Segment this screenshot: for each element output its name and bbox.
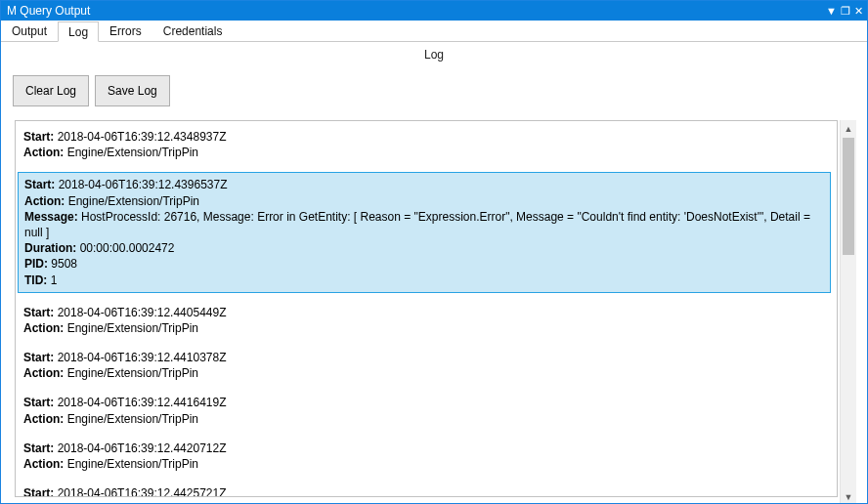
field-label: Start: <box>23 351 58 364</box>
log-entry[interactable]: Start: 2018-04-06T16:39:12.4416419ZActio… <box>23 393 831 438</box>
log-entry[interactable]: Start: 2018-04-06T16:39:12.4420712ZActio… <box>23 439 831 483</box>
window-title: M Query Output <box>5 4 90 18</box>
log-entry[interactable]: Start: 2018-04-06T16:39:12.4425721ZActio… <box>23 483 831 497</box>
toolbar: Clear Log Save Log <box>1 69 867 120</box>
field-label: Action: <box>23 412 67 426</box>
field-value: Engine/Extension/TripPin <box>67 366 198 380</box>
field-value: 2018-04-06T16:39:12.4420712Z <box>58 441 227 455</box>
panel-heading: Log <box>1 42 867 69</box>
scroll-thumb[interactable] <box>843 138 854 255</box>
field-label: Start: <box>23 130 58 144</box>
tabs: Output Log Errors Credentials <box>1 21 867 42</box>
log-entry[interactable]: Start: 2018-04-06T16:39:12.4396537ZActio… <box>18 172 831 292</box>
field-label: Action: <box>23 366 67 380</box>
field-value: 9508 <box>51 257 77 271</box>
maximize-icon[interactable]: ❐ <box>841 6 850 17</box>
field-label: Start: <box>23 486 58 497</box>
field-value: 2018-04-06T16:39:12.4410378Z <box>58 351 227 364</box>
field-value: Engine/Extension/TripPin <box>68 194 199 208</box>
dropdown-icon[interactable]: ▼ <box>826 6 837 17</box>
field-value: 2018-04-06T16:39:12.4348937Z <box>58 130 227 144</box>
field-label: Action: <box>23 146 67 159</box>
field-value: Engine/Extension/TripPin <box>67 146 198 159</box>
field-value: 1 <box>51 273 58 287</box>
field-label: Message: <box>24 210 81 224</box>
field-label: Action: <box>24 194 68 208</box>
field-label: Start: <box>23 441 58 455</box>
field-value: 2018-04-06T16:39:12.4396537Z <box>59 178 228 191</box>
field-value: HostProcessId: 26716, Message: Error in … <box>24 210 810 239</box>
clear-log-button[interactable]: Clear Log <box>13 75 89 106</box>
field-label: Start: <box>23 396 58 409</box>
field-value: 00:00:00.0002472 <box>80 241 175 255</box>
field-label: TID: <box>24 273 51 287</box>
titlebar: M Query Output ▼ ❐ ✕ <box>1 1 867 21</box>
tab-output[interactable]: Output <box>1 21 58 41</box>
field-label: Action: <box>23 321 67 335</box>
log-entry[interactable]: Start: 2018-04-06T16:39:12.4405449ZActio… <box>23 303 831 348</box>
field-label: Duration: <box>24 241 80 255</box>
field-value: 2018-04-06T16:39:12.4425721Z <box>58 486 227 497</box>
log-entry[interactable]: Start: 2018-04-06T16:39:12.4348937ZActio… <box>23 127 831 172</box>
field-value: Engine/Extension/TripPin <box>67 321 198 335</box>
field-label: Start: <box>24 178 59 191</box>
window-controls: ▼ ❐ ✕ <box>826 6 863 17</box>
field-label: Start: <box>23 306 58 319</box>
tab-errors[interactable]: Errors <box>99 21 152 41</box>
save-log-button[interactable]: Save Log <box>95 75 170 106</box>
field-value: 2018-04-06T16:39:12.4416419Z <box>58 396 227 409</box>
scroll-down-icon[interactable]: ▼ <box>841 488 856 504</box>
scroll-up-icon[interactable]: ▲ <box>841 120 856 137</box>
field-value: 2018-04-06T16:39:12.4405449Z <box>58 306 227 319</box>
field-value: Engine/Extension/TripPin <box>67 412 198 426</box>
tab-log[interactable]: Log <box>58 21 99 42</box>
close-icon[interactable]: ✕ <box>854 6 863 17</box>
field-label: Action: <box>23 457 67 471</box>
field-label: PID: <box>24 257 51 271</box>
vertical-scrollbar[interactable]: ▲ ▼ <box>840 120 856 504</box>
field-value: Engine/Extension/TripPin <box>67 457 198 471</box>
log-entry[interactable]: Start: 2018-04-06T16:39:12.4410378ZActio… <box>23 348 831 393</box>
log-scroll-area: Start: 2018-04-06T16:39:12.4348937ZActio… <box>15 120 838 497</box>
tab-credentials[interactable]: Credentials <box>152 21 234 41</box>
